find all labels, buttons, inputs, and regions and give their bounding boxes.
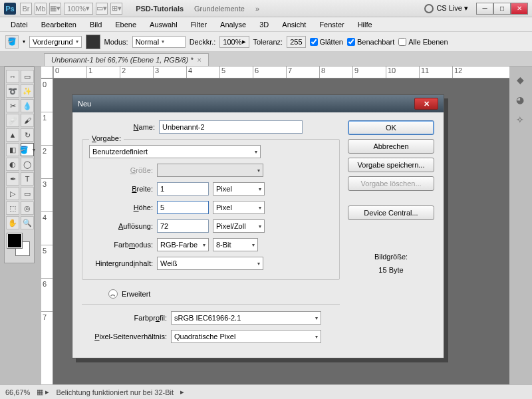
hoehe-label: Höhe:: [89, 203, 153, 211]
height-unit-select[interactable]: Pixel: [213, 201, 265, 214]
pen-tool-icon[interactable]: ✒: [6, 172, 19, 186]
status-more[interactable]: ▸: [180, 388, 184, 396]
move-tool-icon[interactable]: ↔: [6, 70, 19, 83]
lasso-tool-icon[interactable]: ➰: [6, 84, 19, 98]
paths-panel-icon[interactable]: ✧: [513, 113, 527, 126]
app-titlebar: Ps Br Mb ▦▾ 100% ▾ ▭▾ ⊞▾ PSD-Tutorials G…: [0, 0, 532, 17]
contiguous-checkbox[interactable]: Benachbart: [347, 38, 394, 46]
width-unit-select[interactable]: Pixel: [213, 182, 265, 196]
fill-source-combo[interactable]: Vordergrund: [29, 36, 82, 48]
menu-analyse[interactable]: Analyse: [215, 19, 251, 30]
dialog-titlebar[interactable]: Neu ✕: [72, 95, 444, 112]
path-select-tool-icon[interactable]: ▷: [6, 187, 19, 200]
cslive-label[interactable]: CS Live ▾: [436, 4, 468, 13]
type-tool-icon[interactable]: T: [21, 172, 34, 186]
breite-label: Breite:: [89, 185, 153, 193]
workspace-more[interactable]: »: [250, 5, 265, 13]
menu-hilfe[interactable]: Hilfe: [352, 19, 378, 30]
fill-swatch[interactable]: [86, 35, 100, 49]
zoom-tool-icon[interactable]: 🔍: [21, 216, 34, 229]
menu-fenster[interactable]: Fenster: [314, 19, 349, 30]
window-close-button[interactable]: ✕: [511, 3, 528, 15]
menu-3d[interactable]: 3D: [254, 19, 274, 30]
menu-ebene[interactable]: Ebene: [110, 19, 142, 30]
resolution-unit-select[interactable]: Pixel/Zoll: [213, 219, 265, 233]
menu-auswahl[interactable]: Auswahl: [144, 19, 183, 30]
color-profile-select[interactable]: sRGB IEC61966-2.1: [171, 311, 321, 325]
advanced-label: Erweitert: [122, 290, 150, 298]
advanced-toggle[interactable]: ︽ Erweitert: [108, 289, 150, 299]
menu-bearbeiten[interactable]: Bearbeiten: [36, 19, 82, 30]
menu-filter[interactable]: Filter: [186, 19, 212, 30]
name-input[interactable]: [159, 120, 303, 134]
paint-bucket-icon[interactable]: 🪣: [5, 35, 19, 49]
window-minimize-button[interactable]: ─: [476, 3, 493, 15]
extras-icon[interactable]: ⊞▾: [110, 3, 122, 15]
document-tab-close-icon[interactable]: ×: [197, 56, 201, 64]
new-document-dialog: Neu ✕ Name: Vorgabe: Benutzerdefiniert G…: [72, 94, 444, 358]
width-input[interactable]: [157, 182, 209, 196]
background-content-select[interactable]: Weiß: [157, 257, 263, 270]
brush-tool-icon[interactable]: 🖌: [21, 114, 34, 127]
height-input[interactable]: [157, 201, 209, 214]
resolution-input[interactable]: [157, 219, 209, 233]
name-label: Name:: [82, 123, 155, 131]
preset-select[interactable]: Benutzerdefiniert: [89, 145, 261, 158]
crop-tool-icon[interactable]: ✂: [6, 99, 19, 112]
menu-datei[interactable]: Datei: [5, 19, 33, 30]
pixel-aspect-select[interactable]: Quadratische Pixel: [171, 330, 321, 343]
minibridge-icon[interactable]: Mb: [35, 3, 47, 15]
magic-wand-tool-icon[interactable]: ✨: [21, 84, 34, 98]
device-central-button[interactable]: Device Central...: [348, 205, 434, 220]
eraser-tool-icon[interactable]: ◧: [6, 143, 19, 156]
marquee-tool-icon[interactable]: ▭: [21, 70, 34, 83]
hand-tool-icon[interactable]: ✋: [6, 216, 19, 229]
menu-bild[interactable]: Bild: [84, 19, 107, 30]
workspace-tab-2[interactable]: Grundelemente: [189, 5, 250, 13]
healing-brush-tool-icon[interactable]: 🩹: [6, 114, 19, 127]
vertical-ruler: 01234567: [41, 78, 53, 384]
cslive-ring-icon: [424, 4, 434, 13]
aufloesung-label: Auflösung:: [89, 222, 153, 230]
color-swatches[interactable]: [6, 233, 34, 260]
history-brush-tool-icon[interactable]: ↻: [21, 128, 34, 142]
status-zoom[interactable]: 66,67%: [5, 388, 30, 396]
right-panel-dock: ◆ ◕ ✧: [512, 66, 528, 126]
3d-tool-icon[interactable]: ⬚: [6, 201, 19, 215]
antialias-checkbox[interactable]: Glätten: [310, 38, 343, 46]
channels-panel-icon[interactable]: ◕: [513, 93, 527, 106]
screen-mode-icon[interactable]: ▭▾: [96, 3, 108, 15]
status-nav-icon[interactable]: ▦ ▸: [37, 388, 49, 396]
dialog-close-button[interactable]: ✕: [414, 98, 438, 110]
tolerance-field[interactable]: 255: [287, 36, 305, 48]
dodge-tool-icon[interactable]: ◯: [21, 158, 34, 171]
blend-mode-combo[interactable]: Normal: [132, 36, 186, 48]
window-maximize-button[interactable]: □: [493, 3, 511, 15]
save-preset-button[interactable]: Vorgabe speichern...: [348, 158, 434, 172]
eyedropper-tool-icon[interactable]: 💧: [21, 99, 34, 112]
farbprofil-label: Farbprofil:: [82, 314, 167, 322]
farbmodus-label: Farbmodus:: [89, 241, 153, 249]
image-size-label: Bildgröße:: [348, 251, 434, 264]
cancel-button[interactable]: Abbrechen: [348, 139, 434, 154]
zoom-level[interactable]: 100% ▾: [64, 3, 93, 15]
paint-bucket-tool-icon[interactable]: 🪣: [21, 143, 34, 156]
bit-depth-select[interactable]: 8-Bit: [213, 238, 258, 251]
dialog-title: Neu: [78, 100, 91, 108]
arrange-docs-icon[interactable]: ▦▾: [49, 3, 61, 15]
color-mode-select[interactable]: RGB-Farbe: [157, 238, 209, 251]
foreground-color-swatch[interactable]: [7, 233, 22, 248]
ok-button[interactable]: OK: [348, 120, 434, 135]
layers-panel-icon[interactable]: ◆: [513, 73, 527, 86]
menu-ansicht[interactable]: Ansicht: [277, 19, 311, 30]
all-layers-checkbox[interactable]: Alle Ebenen: [398, 38, 448, 46]
shape-tool-icon[interactable]: ▭: [21, 187, 34, 200]
blur-tool-icon[interactable]: ◐: [6, 158, 19, 171]
opacity-field[interactable]: 100% ▸: [219, 36, 249, 48]
3d-camera-tool-icon[interactable]: ◎: [21, 201, 34, 215]
workspace-tab-1[interactable]: PSD-Tutorials: [130, 5, 189, 13]
stamp-tool-icon[interactable]: ▲: [6, 128, 19, 142]
size-select: [157, 164, 263, 177]
bridge-icon[interactable]: Br: [20, 3, 32, 15]
document-tab[interactable]: Unbenannt-1 bei 66,7% (Ebene 1, RGB/8) *…: [44, 53, 209, 66]
